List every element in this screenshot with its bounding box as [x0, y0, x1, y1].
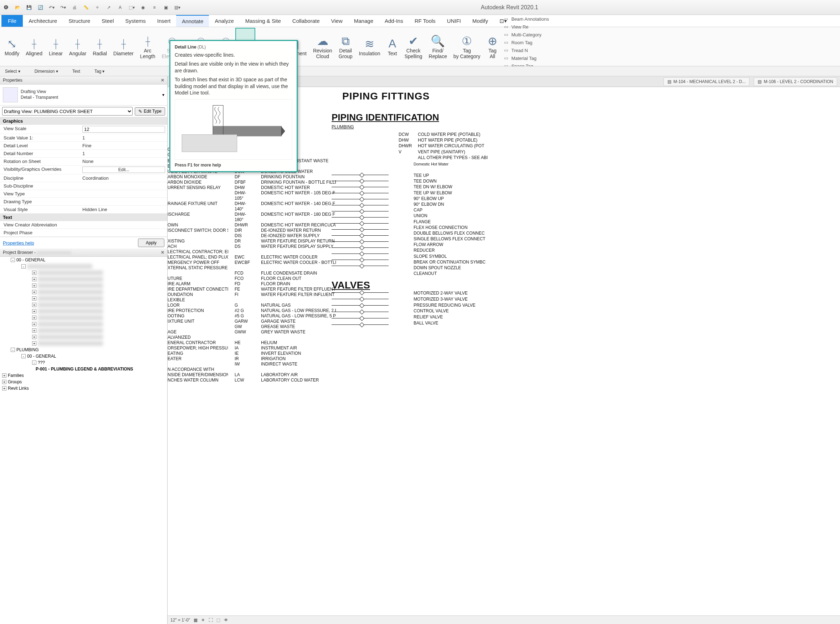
prop-value[interactable]: Edit... [80, 165, 167, 174]
ribbon-detail-group[interactable]: ⧉DetailGroup [335, 28, 356, 65]
ribbon-small-multi-category[interactable]: ▭Multi-Category [503, 32, 550, 38]
tree-item[interactable]: +xxxxx xxxxxxxxxxxxxxxxxxxxxxxxx [0, 289, 167, 295]
tree-item[interactable]: +xxxxx xxxxxxxxxxxxxxxxxxxxxxxxx [0, 334, 167, 340]
tree-item[interactable]: +xxxxx xxxxxxxxxxxxxxxxxxxxxxxxx [0, 321, 167, 327]
prop-value[interactable]: Hidden Line [80, 206, 167, 213]
ribbon-find-replace[interactable]: 🔍Find/Replace [425, 28, 450, 65]
expand-icon[interactable]: + [32, 335, 36, 339]
expand-icon[interactable]: + [2, 380, 6, 384]
properties-help-link[interactable]: Properties help [3, 240, 34, 246]
expand-icon[interactable]: - [22, 264, 26, 269]
expand-icon[interactable]: + [2, 386, 6, 391]
prop-value[interactable] [80, 221, 167, 229]
expand-icon[interactable]: + [2, 373, 6, 378]
expand-icon[interactable]: + [32, 322, 36, 326]
expand-icon[interactable]: + [32, 315, 36, 320]
shadows-icon[interactable]: ⛶ [208, 618, 213, 622]
ribbon-tag-all[interactable]: ⊕TagAll [483, 28, 501, 65]
ribbon-revision-cloud[interactable]: ☁RevisionCloud [310, 28, 335, 65]
ribbon-modify[interactable]: ⤡Modify [2, 28, 22, 65]
open-icon[interactable]: 📂 [14, 3, 22, 11]
document-tab[interactable]: ▤M-106 - LEVEL 2 - COORDINATION [754, 77, 837, 86]
expand-icon[interactable]: - [22, 354, 26, 358]
switch-icon[interactable]: ▤▾ [173, 3, 181, 11]
view3d-icon[interactable]: ⬚▾ [128, 3, 136, 11]
menu-collaborate[interactable]: Collaborate [287, 15, 326, 27]
expand-icon[interactable]: + [32, 270, 36, 275]
ribbon-linear[interactable]: ⟊Linear [46, 28, 66, 65]
expand-icon[interactable]: + [32, 309, 36, 314]
prop-value[interactable]: None [80, 158, 167, 165]
menu-file[interactable]: File [2, 15, 23, 27]
prop-value[interactable]: Coordination [80, 175, 167, 182]
menu-architecture[interactable]: Architecture [23, 15, 63, 27]
prop-value[interactable] [80, 190, 167, 198]
ribbon-small-material-tag[interactable]: ▭Material Tag [503, 55, 550, 62]
tree-item[interactable]: -00 - GENERAL [0, 353, 167, 360]
tree-item[interactable]: P-001 - PLUMBING LEGEND & ABBREVIATIONS [0, 366, 167, 372]
tree-item[interactable]: +xxxxx xxxxxxxxxxxxxxxxxxxxxxxxx [0, 302, 167, 308]
prop-group[interactable]: Text [0, 213, 167, 221]
panel-label[interactable]: Dimension ▾ [35, 69, 58, 74]
menu-analyze[interactable]: Analyze [209, 15, 239, 27]
measure-icon[interactable]: 📏 [82, 3, 90, 11]
revit-icon[interactable]: 🅡 [2, 3, 10, 11]
type-selector[interactable]: Drafting View Detail - Transparent ▾ [0, 85, 167, 105]
ribbon-angular[interactable]: ⟊Angular [66, 28, 90, 65]
expand-icon[interactable]: - [11, 348, 15, 352]
edit-type-button[interactable]: ✎ Edit Type [135, 107, 165, 116]
thin-lines-icon[interactable]: ≡ [150, 3, 158, 11]
sun-icon[interactable]: ☀ [201, 618, 205, 622]
model-graphics-icon[interactable]: ▦ [194, 618, 198, 622]
tree-item[interactable]: -PLUMBING [0, 347, 167, 353]
project-browser-tree[interactable]: -00 - GENERAL-xxxxx xxxxxxxxxxxxxxxxxxxx… [0, 257, 167, 624]
scale-display[interactable]: 12" = 1'-0" [170, 618, 190, 622]
save-icon[interactable]: 💾 [25, 3, 33, 11]
panel-label[interactable]: Tag ▾ [94, 69, 105, 74]
prop-value[interactable]: 1 [80, 134, 167, 142]
dim-icon[interactable]: ✧ [93, 3, 101, 11]
tree-item[interactable]: +xxxxx xxxxxxxxxxxxxxxxxxxxxxxxx [0, 295, 167, 302]
expand-icon[interactable]: + [32, 296, 36, 301]
tree-item[interactable]: -xxxxx xxxxxxxxxxxxxxxxxxxxxxxxx [0, 263, 167, 270]
prop-value[interactable] [80, 182, 167, 190]
ribbon-text[interactable]: AText [383, 28, 401, 65]
panel-label[interactable]: Text [73, 69, 80, 74]
close-windows-icon[interactable]: ▣ [162, 3, 170, 11]
sync-icon[interactable]: 🔄 [36, 3, 44, 11]
crop-icon[interactable]: ⬚ [216, 618, 220, 622]
ribbon-tag-by-category[interactable]: ①Tagby Category [450, 28, 483, 65]
chevron-down-icon[interactable]: ▾ [162, 92, 164, 97]
ribbon-small-tread-n[interactable]: ▭Tread N [503, 48, 550, 54]
tree-item[interactable]: +xxxxx xxxxxxxxxxxxxxxxxxxxxxxxx [0, 283, 167, 289]
prop-value[interactable] [80, 125, 167, 134]
menu-add-ins[interactable]: Add-Ins [379, 15, 409, 27]
ribbon-radial[interactable]: ⟊Radial [90, 28, 110, 65]
tree-item[interactable]: +xxxxx xxxxxxxxxxxxxxxxxxxxxxxxx [0, 270, 167, 276]
ribbon-arc-length[interactable]: ⟊ArcLength [137, 28, 159, 65]
tree-item[interactable]: +xxxxx xxxxxxxxxxxxxxxxxxxxxxxxx [0, 315, 167, 321]
ribbon-small-room-tag[interactable]: ▭Room Tag [503, 40, 550, 46]
expand-icon[interactable]: - [32, 360, 36, 365]
tree-item[interactable]: +Revit Links [0, 385, 167, 392]
ribbon-insulation[interactable]: ≋Insulation [356, 28, 384, 65]
expand-icon[interactable]: - [11, 258, 15, 262]
tree-item[interactable]: +xxxxx xxxxxxxxxxxxxxxxxxxxxxxxx [0, 327, 167, 334]
panel-label[interactable]: Select ▾ [5, 69, 20, 74]
hide-icon[interactable]: 👁 [224, 618, 228, 622]
ribbon-small-view-re[interactable]: ▭View Re [503, 24, 550, 30]
instance-filter-select[interactable]: Drafting View: PLUMBING COVER SHEET [2, 107, 133, 116]
redo-icon[interactable]: ↷▾ [59, 3, 67, 11]
prop-value[interactable] [80, 198, 167, 205]
menu-massing-site[interactable]: Massing & Site [239, 15, 287, 27]
expand-icon[interactable]: + [32, 277, 36, 281]
expand-icon[interactable]: + [32, 341, 36, 346]
menu-rf-tools[interactable]: RF Tools [409, 15, 442, 27]
ribbon-diameter[interactable]: ⟊Diameter [110, 28, 137, 65]
expand-icon[interactable]: + [32, 328, 36, 333]
expand-icon[interactable]: + [32, 290, 36, 294]
tag-icon[interactable]: ↗ [105, 3, 113, 11]
document-tab[interactable]: ▤M-104 - MECHANICAL LEVEL 2 - D... [664, 77, 750, 86]
menu-insert[interactable]: Insert [151, 15, 176, 27]
tree-item[interactable]: +Groups [0, 379, 167, 385]
